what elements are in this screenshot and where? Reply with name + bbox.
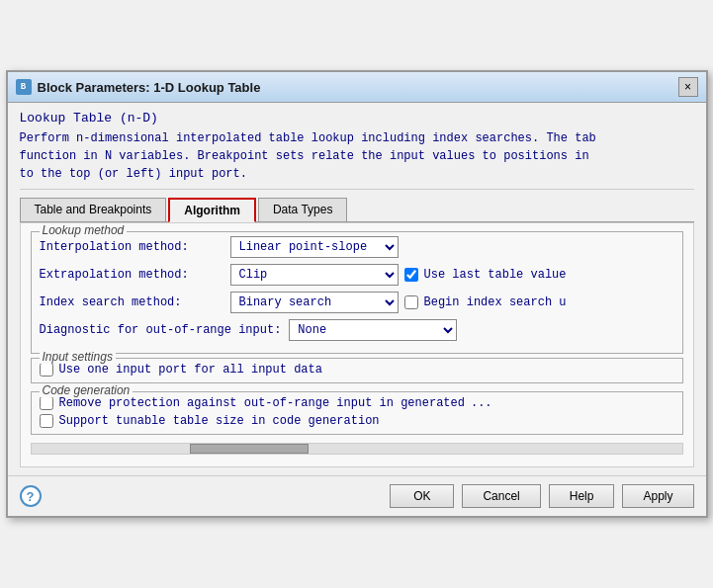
- help-icon-button[interactable]: ?: [20, 485, 42, 507]
- section-title: Lookup Table (n-D): [20, 111, 694, 126]
- use-last-table-checkbox[interactable]: [404, 268, 418, 282]
- tab-algorithm[interactable]: Algorithm: [168, 198, 256, 222]
- code-generation-label: Code generation: [40, 383, 134, 397]
- dialog-window: B Block Parameters: 1-D Lookup Table × L…: [6, 70, 708, 518]
- index-search-select[interactable]: Binary search: [230, 292, 399, 313]
- title-bar-left: B Block Parameters: 1-D Lookup Table: [16, 79, 261, 95]
- extrapolation-select[interactable]: Clip: [230, 264, 399, 286]
- ok-button[interactable]: OK: [390, 484, 454, 508]
- tab-data-types[interactable]: Data Types: [258, 198, 347, 221]
- interpolation-label: Interpolation method:: [40, 240, 223, 254]
- diagnostic-label: Diagnostic for out-of-range input:: [40, 323, 282, 337]
- code-generation-group: Code generation Remove protection agains…: [31, 391, 683, 435]
- support-tunable-checkbox[interactable]: [40, 414, 53, 428]
- index-search-label: Index search method:: [40, 295, 223, 309]
- interpolation-control: Linear point-slope: [230, 236, 399, 258]
- remove-protection-row: Remove protection against out-of-range i…: [40, 396, 674, 410]
- extrapolation-checkbox-row: Use last table value: [404, 268, 567, 282]
- use-last-table-label: Use last table value: [424, 268, 567, 282]
- input-settings-group: Input settings Use one input port for al…: [31, 358, 683, 383]
- interpolation-row: Interpolation method: Linear point-slope: [40, 236, 674, 258]
- button-row: ? OK Cancel Help Apply: [8, 475, 706, 516]
- lookup-method-group: Lookup method Interpolation method: Line…: [31, 231, 683, 354]
- index-search-checkbox-row: Begin index search u: [404, 295, 567, 309]
- lookup-method-label: Lookup method: [40, 223, 128, 237]
- ellipsis-1: ...: [471, 396, 492, 410]
- index-search-row: Index search method: Binary search Begin…: [40, 292, 674, 313]
- app-icon: B: [16, 79, 32, 95]
- dialog-body: Lookup Table (n-D) Perform n-dimensional…: [8, 103, 706, 475]
- remove-protection-checkbox[interactable]: [40, 396, 53, 410]
- diagnostic-row: Diagnostic for out-of-range input: None: [40, 319, 674, 341]
- index-search-control: Binary search Begin index search u: [230, 292, 567, 313]
- tab-table-breakpoints[interactable]: Table and Breakpoints: [20, 198, 167, 221]
- tabs-row: Table and Breakpoints Algorithm Data Typ…: [20, 198, 694, 222]
- help-button[interactable]: Help: [549, 484, 615, 508]
- close-button[interactable]: ×: [678, 77, 698, 97]
- begin-index-search-checkbox[interactable]: [404, 295, 418, 309]
- interpolation-select[interactable]: Linear point-slope: [230, 236, 399, 258]
- description-text: Perform n-dimensional interpolated table…: [20, 129, 694, 190]
- support-tunable-row: Support tunable table size in code gener…: [40, 414, 674, 428]
- input-port-checkbox-row: Use one input port for all input data: [40, 363, 674, 377]
- one-input-port-label: Use one input port for all input data: [59, 363, 322, 377]
- diagnostic-control: None: [289, 319, 457, 341]
- cancel-button[interactable]: Cancel: [462, 484, 540, 508]
- one-input-port-checkbox[interactable]: [40, 363, 53, 377]
- extrapolation-row: Extrapolation method: Clip Use last tabl…: [40, 264, 674, 286]
- content-area: Lookup method Interpolation method: Line…: [20, 222, 694, 467]
- dialog-title: Block Parameters: 1-D Lookup Table: [38, 80, 261, 95]
- diagnostic-select[interactable]: None: [289, 319, 457, 341]
- extrapolation-control: Clip Use last table value: [230, 264, 567, 286]
- scrollbar-thumb[interactable]: [190, 444, 309, 454]
- begin-index-search-label: Begin index search u: [424, 295, 567, 309]
- title-bar: B Block Parameters: 1-D Lookup Table ×: [8, 72, 706, 103]
- extrapolation-label: Extrapolation method:: [40, 268, 223, 282]
- horizontal-scrollbar[interactable]: [31, 443, 683, 455]
- support-tunable-label: Support tunable table size in code gener…: [59, 414, 380, 428]
- remove-protection-label: Remove protection against out-of-range i…: [59, 396, 465, 410]
- input-settings-label: Input settings: [40, 350, 116, 364]
- apply-button[interactable]: Apply: [622, 484, 693, 508]
